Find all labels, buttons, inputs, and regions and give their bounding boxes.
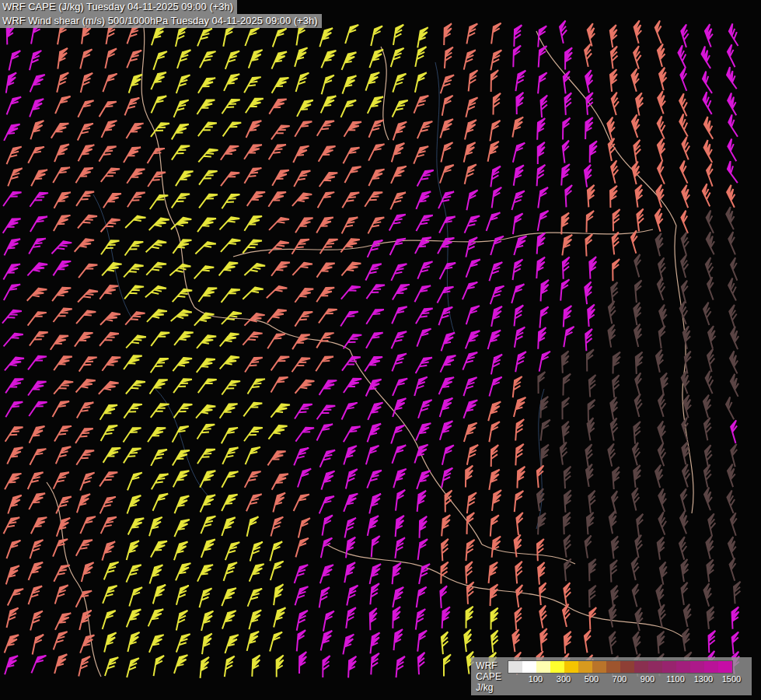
legend-swatch — [536, 661, 550, 673]
legend-swatch — [690, 661, 704, 673]
legend-tick-label: 500 — [578, 674, 606, 684]
legend-swatch — [550, 661, 564, 673]
map-canvas — [0, 0, 761, 700]
legend-tick-label: 900 — [634, 674, 662, 684]
map-title-block: WRF CAPE (J/kg) Tuesday 04-11-2025 09:00… — [0, 0, 322, 28]
legend-tick-row: 100300500700900110013001500 — [508, 674, 745, 684]
legend-swatch — [606, 661, 620, 673]
weather-map-stage: WRF CAPE (J/kg) Tuesday 04-11-2025 09:00… — [0, 0, 761, 700]
legend-tick-label: 1100 — [662, 674, 689, 684]
legend-swatch — [648, 661, 662, 673]
legend-tick-label: 700 — [606, 674, 634, 684]
legend-tick-label: 100 — [522, 674, 550, 684]
map-background — [0, 0, 761, 700]
legend-swatch — [578, 661, 592, 673]
legend-title: WRFCAPEJ/kg — [476, 660, 501, 693]
legend-title-line: WRF — [476, 660, 501, 671]
legend-title-line: J/kg — [476, 682, 501, 693]
legend-tick-label: 1300 — [689, 674, 717, 684]
legend-swatch — [634, 661, 648, 673]
legend-swatch — [662, 661, 676, 673]
legend-tick-label: 300 — [550, 674, 578, 684]
legend-swatch-row — [508, 660, 733, 674]
legend-swatch — [508, 661, 522, 673]
legend-swatch — [592, 661, 606, 673]
title-line-cape: WRF CAPE (J/kg) Tuesday 04-11-2025 09:00… — [0, 0, 237, 14]
legend-swatch — [676, 661, 690, 673]
title-line-windshear: WRF Wind shear (m/s) 500/1000hPa Tuesday… — [0, 14, 322, 28]
legend-swatch — [522, 661, 536, 673]
legend-tick-label: 1500 — [717, 674, 745, 684]
legend-swatch — [718, 661, 732, 673]
legend-swatch — [564, 661, 578, 673]
legend-swatch — [704, 661, 718, 673]
legend-bar: 100300500700900110013001500 — [508, 660, 745, 684]
legend-swatch — [620, 661, 634, 673]
cape-legend: WRFCAPEJ/kg 100300500700900110013001500 — [471, 657, 752, 695]
legend-title-line: CAPE — [476, 671, 501, 682]
